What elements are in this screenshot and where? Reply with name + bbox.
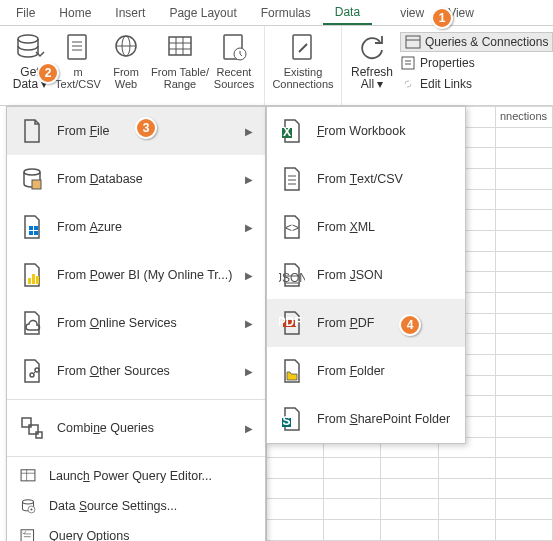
menu-item-query-options[interactable]: Query Options [7,521,265,541]
refresh-all-button[interactable]: Refresh All ▾ [348,30,396,102]
existing-connections-button[interactable]: Existing Connections [271,30,335,102]
menu-item-from-database[interactable]: From Database▶ [7,155,265,203]
menu-item-from-online-services[interactable]: From Online Services▶ [7,299,265,347]
edit-links-button: Edit Links [400,74,553,94]
excel-icon: X [279,118,305,144]
refresh-icon [356,32,388,64]
queries-icon [405,34,421,50]
menu-item-label: From JSON [317,268,453,282]
database-icon [14,32,46,64]
svg-text:X: X [283,125,291,139]
menu-item-from-azure[interactable]: From Azure▶ [7,203,265,251]
svg-rect-15 [293,35,311,59]
svg-point-39 [22,500,33,504]
menu-item-data-source-settings-[interactable]: Data Source Settings... [7,491,265,521]
file-text-icon [62,32,94,64]
from-table-range-label: From Table/ Range [151,66,209,90]
menu-item-label: Combine Queries [57,421,233,435]
file-icon [19,118,45,144]
properties-button[interactable]: Properties [400,53,553,73]
tab-page-layout[interactable]: Page Layout [157,2,248,24]
ribbon-tabs: File Home Insert Page Layout Formulas Da… [0,0,553,26]
menu-item-launch-power-query-editor-[interactable]: Launch Power Query Editor... [7,461,265,491]
sharepoint-icon: S [279,406,305,432]
other-icon [19,358,45,384]
svg-rect-29 [36,276,39,284]
queries-connections-button[interactable]: Queries & Connections [400,32,553,52]
svg-rect-1 [68,35,86,59]
recent-icon [218,32,250,64]
menu-item-label: From SharePoint Folder [317,412,453,426]
svg-point-41 [30,508,32,510]
svg-rect-18 [402,57,414,69]
from-text-csv-label: m Text/CSV [55,66,101,90]
menu-item-from-folder[interactable]: From Folder [267,347,465,395]
svg-rect-23 [29,226,33,230]
from-web-label: From Web [113,66,139,90]
step-badge-2: 2 [37,62,59,84]
options-icon [19,527,37,541]
get-data-menu: From File▶From Database▶From Azure▶From … [6,106,266,541]
chevron-right-icon: ▶ [245,366,253,377]
from-table-range-button[interactable]: From Table/ Range [150,30,210,102]
tab-formulas[interactable]: Formulas [249,2,323,24]
tab-home[interactable]: Home [47,2,103,24]
svg-rect-26 [34,231,38,235]
menu-item-from-power-bi-my-online-tr-[interactable]: From Power BI (My Online Tr...)▶ [7,251,265,299]
menu-item-from-pdf[interactable]: PDFFrom PDF [267,299,465,347]
menu-item-label: From Power BI (My Online Tr...) [57,268,233,282]
settings-icon [19,497,37,515]
step-badge-4: 4 [399,314,421,336]
queries-col: Queries & Connections Properties Edit Li… [396,30,553,96]
menu-item-from-workbook[interactable]: XFrom Workbook [267,107,465,155]
menu-item-combine-queries[interactable]: Combine Queries▶ [7,404,265,452]
menu-item-label: Data Source Settings... [49,499,253,513]
ribbon: Get Data ▾ m Text/CSV From Web From Tabl… [0,26,553,106]
menu-item-from-text-csv[interactable]: From Text/CSV [267,155,465,203]
combine-icon [19,415,45,441]
text-icon [279,166,305,192]
powerbi-icon [19,262,45,288]
menu-item-label: From Folder [317,364,453,378]
tab-data[interactable]: Data [323,1,372,25]
group-refresh: Refresh All ▾ Queries & Connections Prop… [342,26,553,105]
from-web-button[interactable]: From Web [102,30,150,102]
svg-point-0 [18,35,38,43]
database-icon [19,166,45,192]
link-icon [400,76,416,92]
properties-icon [400,55,416,71]
menu-item-label: From Database [57,172,233,186]
folder-icon [279,358,305,384]
svg-text:S: S [282,414,290,428]
svg-rect-28 [32,274,35,284]
tab-review[interactable]: view [372,2,436,24]
menu-item-label: From XML [317,220,453,234]
svg-rect-36 [21,470,35,481]
svg-rect-42 [21,530,33,541]
chevron-down-icon: ▾ [377,77,383,91]
recent-sources-button[interactable]: Recent Sources [210,30,258,102]
menu-item-label: From Other Sources [57,364,233,378]
chevron-right-icon: ▶ [245,174,253,185]
menu-item-from-other-sources[interactable]: From Other Sources▶ [7,347,265,395]
tab-insert[interactable]: Insert [103,2,157,24]
menu-item-from-json[interactable]: JSONFrom JSON [267,251,465,299]
svg-line-32 [33,371,36,374]
from-text-csv-button[interactable]: m Text/CSV [54,30,102,102]
menu-item-from-xml[interactable]: <>From XML [267,203,465,251]
tab-file[interactable]: File [4,2,47,24]
table-icon [164,32,196,64]
step-badge-3: 3 [135,117,157,139]
azure-icon [19,214,45,240]
chevron-right-icon: ▶ [245,270,253,281]
from-file-submenu: XFrom WorkbookFrom Text/CSV<>From XMLJSO… [266,106,466,444]
svg-point-21 [24,169,40,175]
svg-rect-22 [32,180,41,189]
refresh-all-label: Refresh All ▾ [351,66,393,90]
xml-icon: <> [279,214,305,240]
svg-rect-25 [29,231,33,235]
menu-item-from-sharepoint-folder[interactable]: SFrom SharePoint Folder [267,395,465,443]
menu-item-label: From Text/CSV [317,172,453,186]
menu-item-label: From Online Services [57,316,233,330]
cloud-icon [19,310,45,336]
